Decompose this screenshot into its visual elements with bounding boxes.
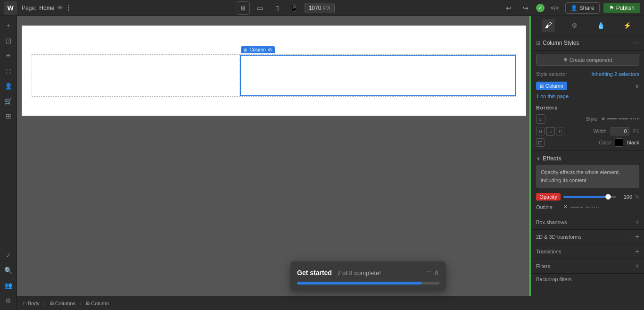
breadcrumb-body[interactable]: □ Body: [21, 300, 42, 307]
border-style-options: ✕: [601, 116, 639, 122]
opacity-slider[interactable]: [563, 196, 616, 198]
border-width-input[interactable]: [611, 127, 629, 135]
box-shadows-add-icon[interactable]: +: [635, 218, 639, 226]
selector-chevron-icon[interactable]: ∨: [635, 83, 639, 89]
sidebar-collab-icon[interactable]: 👥: [2, 279, 15, 292]
column-left[interactable]: [32, 55, 240, 96]
border-position-selectors: ⊔ □ ⊓: [536, 127, 564, 135]
effects-header[interactable]: ▼ Effects: [536, 155, 639, 162]
body-label: Body: [28, 301, 40, 306]
sidebar-layers-icon[interactable]: ⊡: [2, 34, 15, 47]
eye-icon[interactable]: 👁: [57, 4, 63, 11]
column-tag: ⊞ Column ⚙: [241, 46, 274, 53]
tablet-portrait-icon[interactable]: ▯: [271, 1, 284, 15]
columns-container[interactable]: ⊞ Column ⚙: [32, 54, 516, 97]
sidebar-apps-icon[interactable]: ⊞: [2, 109, 15, 123]
border-color-label: Color: [599, 140, 611, 145]
tab-style[interactable]: 🖌: [542, 19, 555, 32]
column-tag-icon: ⊞: [244, 48, 248, 52]
create-component-button[interactable]: ⊕ Create component: [536, 54, 639, 66]
sidebar-users-icon[interactable]: 👤: [2, 79, 15, 92]
sidebar-check-icon[interactable]: ✓: [2, 249, 15, 262]
tab-settings[interactable]: ⚙: [568, 19, 581, 32]
style-selector-value[interactable]: Inheriting 2 selectors: [592, 71, 640, 77]
border-all-icon[interactable]: □: [536, 114, 545, 124]
opacity-percent: %: [635, 194, 639, 200]
tablet-landscape-icon[interactable]: ▭: [254, 1, 267, 15]
breadcrumb-columns[interactable]: ⊞ Columns: [48, 300, 78, 307]
column-settings-icon[interactable]: ⚙: [268, 47, 272, 52]
transforms-add-icon[interactable]: +: [635, 233, 639, 241]
canvas-area[interactable]: ⊞ Column ⚙ □ Body: [17, 16, 531, 310]
column-label: Column: [91, 301, 109, 306]
border-full-icon[interactable]: □: [546, 127, 554, 135]
breadcrumb-column[interactable]: ⊞ Column: [83, 300, 111, 307]
canvas-more-icon[interactable]: [68, 5, 69, 11]
get-started-title-area: Get started 7 of 8 complete!: [297, 269, 381, 276]
page-name[interactable]: Home: [39, 5, 54, 11]
outline-solid-option[interactable]: [570, 207, 579, 208]
border-style-row: □ Style ✕: [531, 112, 644, 126]
right-panel: 🖌 ⚙ 💧 ⚡ ⊞ Column Styles ··· ⊕ Create com…: [531, 16, 644, 310]
style-selector-label: Style selector: [536, 71, 567, 77]
logo[interactable]: W: [4, 1, 17, 15]
transitions-add-icon[interactable]: +: [635, 247, 639, 256]
border-right-icon[interactable]: ⊓: [556, 127, 564, 135]
opacity-label[interactable]: Opacity: [536, 193, 561, 201]
outline-dashed-option[interactable]: [580, 207, 589, 208]
sidebar-search-icon[interactable]: 🔍: [2, 264, 15, 277]
transforms-more-icon[interactable]: ···: [628, 234, 633, 240]
sidebar-media-icon[interactable]: ⬚: [2, 64, 15, 77]
column-selected[interactable]: ⊞ Column ⚙: [240, 55, 516, 96]
create-component-label: Create component: [570, 57, 612, 63]
right-panel-tabs: 🖌 ⚙ 💧 ⚡: [531, 16, 644, 35]
code-icon[interactable]: </>: [548, 1, 561, 15]
body-icon: □: [23, 301, 26, 306]
columns-row: ⊞ Column ⚙: [32, 54, 516, 97]
border-left-icon[interactable]: ⊔: [536, 127, 545, 135]
box-shadows-row[interactable]: Box shadows +: [531, 215, 644, 229]
filters-actions: +: [635, 262, 639, 270]
publish-button[interactable]: ⚑ Publish: [603, 3, 640, 13]
share-button[interactable]: 👤 Share: [565, 2, 600, 14]
undo-button[interactable]: ↩: [502, 1, 515, 15]
tab-color[interactable]: 💧: [594, 19, 607, 32]
border-style-dotted[interactable]: [630, 118, 639, 119]
page-info: Page: Home 👁: [22, 4, 63, 11]
get-started-actions: ··· ∧: [426, 268, 439, 277]
transforms-row[interactable]: 2D & 3D transforms ··· +: [531, 229, 644, 244]
flag-icon: ⚑: [609, 5, 614, 11]
border-style-dashed[interactable]: [619, 118, 628, 119]
backdrop-filters-row[interactable]: Backdrop filters: [531, 273, 644, 285]
get-started-collapse-icon[interactable]: ∧: [434, 268, 439, 277]
filters-add-icon[interactable]: +: [635, 262, 639, 270]
sidebar-store-icon[interactable]: 🛒: [2, 94, 15, 108]
share-icon: 👤: [570, 5, 578, 11]
outline-dotted-option[interactable]: [590, 207, 599, 208]
tab-lightning[interactable]: ⚡: [620, 19, 634, 32]
transforms-actions: ··· +: [628, 233, 639, 241]
selector-chip[interactable]: ⊞ Column: [536, 82, 567, 90]
section-more-button[interactable]: ···: [633, 39, 639, 47]
border-position-icons: □: [536, 114, 545, 124]
get-started-more-icon[interactable]: ···: [426, 268, 431, 277]
sidebar-settings-icon[interactable]: ⚙: [2, 294, 15, 307]
sidebar-text-icon[interactable]: ≡: [2, 49, 15, 62]
mobile-icon[interactable]: 📱: [288, 1, 301, 15]
outline-none-button[interactable]: ✕: [563, 204, 568, 210]
redo-button[interactable]: ↪: [519, 1, 532, 15]
opacity-thumb[interactable]: [605, 194, 611, 200]
border-color-swatch[interactable]: [615, 138, 623, 147]
transitions-row[interactable]: Transitions +: [531, 244, 644, 259]
outline-style-options: [570, 207, 599, 208]
effects-chevron-icon: ▼: [536, 156, 541, 161]
filters-row[interactable]: Filters +: [531, 259, 644, 273]
desktop-icon[interactable]: 🖥: [237, 1, 250, 15]
column-styles-header: ⊞ Column Styles ···: [531, 35, 644, 51]
transitions-actions: +: [635, 247, 639, 256]
sidebar-add-icon[interactable]: +: [2, 19, 15, 32]
border-style-none[interactable]: ✕: [601, 116, 605, 122]
border-style-solid[interactable]: [607, 118, 617, 119]
border-color-position-icon[interactable]: □: [536, 138, 545, 147]
get-started-progress-bar: [297, 282, 439, 285]
